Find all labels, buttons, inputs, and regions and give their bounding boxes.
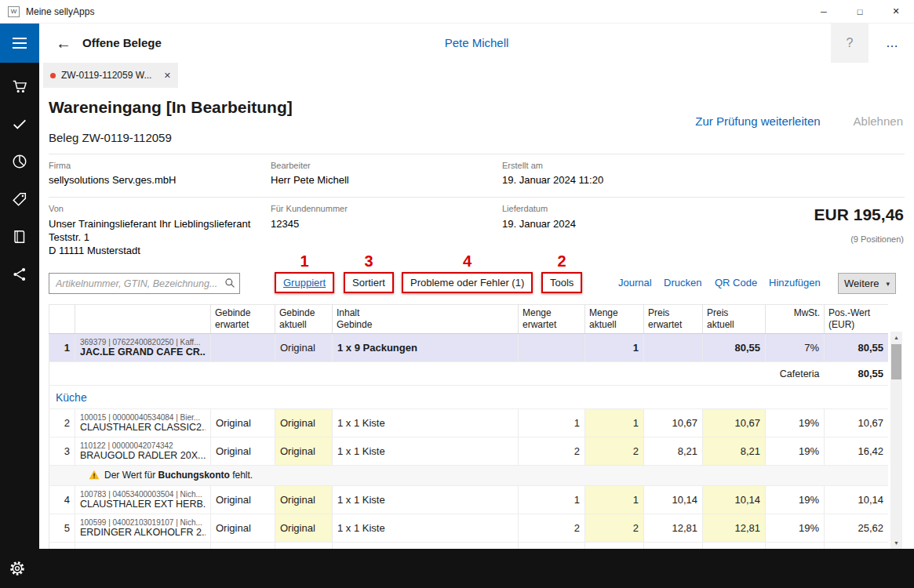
cell-inhalt: 1 x 1 Kiste — [333, 514, 519, 543]
cell-menge-erwartet: 2 — [519, 514, 585, 543]
cell-preis-erwartet: 12,81 — [644, 514, 703, 543]
article-code: 110122 | 00000042074342 — [80, 441, 206, 450]
column-header-gebinde-aktuell[interactable]: Gebindeaktuell — [275, 305, 333, 334]
cell-preis-erwartet: 10,67 — [644, 409, 703, 437]
gear-icon[interactable] — [9, 560, 26, 580]
column-header-menge-erwartet[interactable]: Mengeerwartet — [519, 305, 585, 334]
article-search — [49, 273, 240, 294]
annotation-box-4: 4 Probleme oder Fehler (1) — [402, 272, 533, 293]
group-header-row[interactable]: Küche — [49, 386, 889, 409]
warning-text: fehlt. — [230, 470, 253, 481]
table-row[interactable]: 4 100783 | 04053400003504 | Nich... CLAU… — [49, 486, 889, 514]
cell-preis-aktuell — [703, 543, 766, 550]
annotation-number: 1 — [276, 252, 333, 270]
cell-mwst: 19% — [766, 514, 825, 543]
column-header-pos-wert[interactable]: Pos.-Wert(EUR) — [825, 305, 889, 334]
table-row[interactable]: 100769 | 04002103000037 | Bier... — [49, 543, 889, 550]
annotation-box-2: 2 Tools — [541, 272, 582, 293]
maximize-button[interactable]: □ — [842, 0, 878, 23]
cell-pos-wert: 10,67 — [825, 409, 889, 437]
cell-gebinde-aktuell: Original — [275, 437, 333, 466]
qr-code-link[interactable]: QR Code — [715, 277, 757, 289]
cell-pos-wert: 80,55 — [825, 334, 889, 362]
search-input[interactable] — [49, 273, 240, 294]
cell-gebinde-erwartet: Original — [211, 514, 275, 543]
article-cell: 100783 | 04053400003504 | Nich... CLAUST… — [75, 486, 211, 514]
app-window: W Meine sellyApps ─ □ ✕ — [0, 0, 914, 588]
subtotal-row: Cafeteria 80,55 — [49, 362, 889, 386]
cell-inhalt: 1 x 1 Kiste — [333, 486, 519, 514]
table-row[interactable]: 3 110122 | 00000042074342 BRAUGOLD RADLE… — [49, 437, 889, 466]
problems-errors-button[interactable]: Probleme oder Fehler (1) — [406, 275, 529, 290]
warning-text: Der Wert für — [104, 470, 158, 481]
document-title: Wareneingang [In Bearbeitung] — [49, 98, 293, 117]
cell-preis-aktuell: 8,21 — [703, 437, 766, 466]
cart-icon[interactable] — [0, 67, 39, 105]
positions-table: Gebindeerwartet Gebindeaktuell InhaltGeb… — [49, 304, 888, 549]
von-line3: D 11111 Musterstadt — [49, 245, 140, 256]
help-button[interactable]: ? — [831, 24, 868, 63]
print-link[interactable]: Drucken — [664, 277, 701, 289]
more-options-button[interactable]: … — [875, 24, 909, 63]
cell-menge-erwartet: 2 — [519, 437, 585, 466]
positions-count: (9 Positionen) — [850, 234, 904, 244]
firma-label: Firma — [49, 161, 71, 170]
cell-mwst: 19% — [766, 409, 825, 437]
row-number — [49, 543, 75, 550]
window-title: Meine sellyApps — [26, 6, 94, 17]
scrollbar-thumb[interactable] — [891, 344, 901, 379]
column-header-gebinde-erwartet[interactable]: Gebindeerwartet — [211, 305, 275, 334]
hamburger-menu-icon[interactable] — [0, 24, 39, 63]
document-number: Beleg ZW-0119-112059 — [49, 131, 172, 144]
scroll-up-arrow-icon[interactable]: ▲ — [890, 332, 902, 343]
column-header-preis-erwartet[interactable]: Preiserwartet — [644, 305, 703, 334]
row-number: 1 — [49, 334, 75, 362]
share-icon[interactable] — [0, 256, 39, 293]
scroll-down-arrow-icon[interactable]: ▼ — [890, 537, 902, 549]
tab-bar: ZW-0119-112059 W... ✕ — [39, 63, 914, 88]
forward-for-review-button[interactable]: Zur Prüfung weiterleiten — [695, 114, 820, 128]
article-name: JAC.LE GRAND CAFE CR... — [80, 347, 206, 358]
document-tab[interactable]: ZW-0119-112059 W... ✕ — [43, 63, 178, 88]
bearbeiter-value: Herr Pete Michell — [271, 174, 349, 186]
document-actions: Zur Prüfung weiterleiten Ablehnen — [695, 114, 903, 128]
vertical-scrollbar[interactable]: ▲ ▼ — [890, 332, 902, 549]
sorted-toggle-button[interactable]: Sortiert — [348, 275, 390, 290]
tag-icon[interactable] — [0, 180, 39, 218]
subtotal-spacer — [49, 362, 766, 386]
pie-chart-icon[interactable] — [0, 143, 39, 180]
firma-value: sellysolutions Serv.ges.mbH — [49, 174, 176, 186]
cell-menge-aktuell: 2 — [585, 437, 644, 466]
divider — [49, 197, 905, 198]
table-row[interactable]: 1 369379 | 07622400820250 | Kaff... JAC.… — [49, 334, 889, 362]
cell-inhalt: 1 x 9 Packungen — [333, 334, 519, 362]
column-header-number — [49, 305, 75, 334]
weitere-dropdown-button[interactable]: Weitere ▾ — [838, 273, 896, 294]
tools-button[interactable]: Tools — [545, 275, 578, 290]
column-header-mwst[interactable]: MwSt. — [766, 305, 825, 334]
article-cell: 100015 | 00000040534084 | Bier... CLAUST… — [75, 409, 211, 437]
annotation-box-1: 1 Gruppiert — [275, 272, 334, 293]
reject-button[interactable]: Ablehnen — [854, 114, 903, 128]
table-row[interactable]: 2 100015 | 00000040534084 | Bier... CLAU… — [49, 409, 889, 437]
grouped-toggle-button[interactable]: Gruppiert — [279, 275, 330, 290]
journal-link[interactable]: Journal — [618, 277, 652, 289]
cell-mwst: 7% — [766, 334, 825, 362]
column-header-menge-aktuell[interactable]: Mengeaktuell — [585, 305, 644, 334]
cell-menge-aktuell — [585, 543, 644, 550]
book-icon[interactable] — [0, 218, 39, 256]
minimize-button[interactable]: ─ — [806, 0, 842, 23]
von-label: Von — [49, 204, 64, 213]
table-row[interactable]: 5 100599 | 04002103019107 | Nich... ERDI… — [49, 514, 889, 543]
von-line1: Unser Trainingslieferant Ihr Lieblingsli… — [49, 218, 250, 230]
close-button[interactable]: ✕ — [878, 0, 914, 23]
cell-preis-aktuell: 10,14 — [703, 486, 766, 514]
article-code: 100783 | 04053400003504 | Nich... — [80, 490, 206, 499]
annotation-number: 4 — [403, 252, 531, 270]
tab-close-icon[interactable]: ✕ — [164, 71, 171, 81]
column-header-inhalt-gebinde[interactable]: InhaltGebinde — [333, 305, 519, 334]
add-link[interactable]: Hinzufügen — [769, 277, 821, 289]
column-header-preis-aktuell[interactable]: Preisaktuell — [703, 305, 766, 334]
checkmark-icon[interactable] — [0, 105, 39, 143]
table-header-row: Gebindeerwartet Gebindeaktuell InhaltGeb… — [49, 305, 889, 334]
